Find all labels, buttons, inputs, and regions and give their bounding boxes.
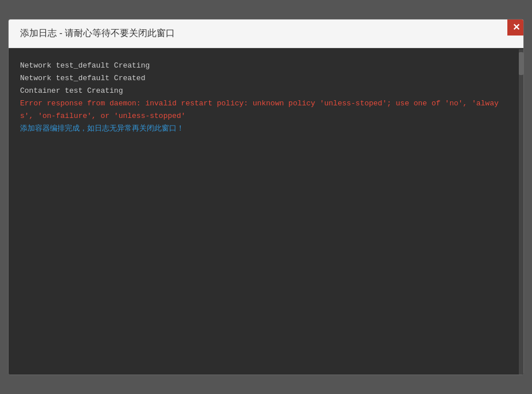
dialog-header: 添加日志 - 请耐心等待不要关闭此窗口 bbox=[9, 19, 523, 48]
close-button[interactable]: ✕ bbox=[507, 19, 524, 36]
scrollbar-thumb[interactable] bbox=[519, 52, 523, 75]
dialog-body: Network test_default CreatingNetwork tes… bbox=[9, 48, 523, 375]
log-line: Error response from daemon: invalid rest… bbox=[20, 97, 512, 123]
dialog-title: 添加日志 - 请耐心等待不要关闭此窗口 bbox=[20, 27, 175, 40]
log-line: Network test_default Created bbox=[20, 72, 512, 85]
log-line: Container test Creating bbox=[20, 85, 512, 97]
scrollbar-track[interactable] bbox=[519, 49, 523, 375]
dialog: 添加日志 - 请耐心等待不要关闭此窗口 ✕ Network test_defau… bbox=[8, 19, 524, 375]
log-line: 添加容器编排完成，如日志无异常再关闭此窗口！ bbox=[20, 123, 512, 135]
log-line: Network test_default Creating bbox=[20, 60, 512, 72]
